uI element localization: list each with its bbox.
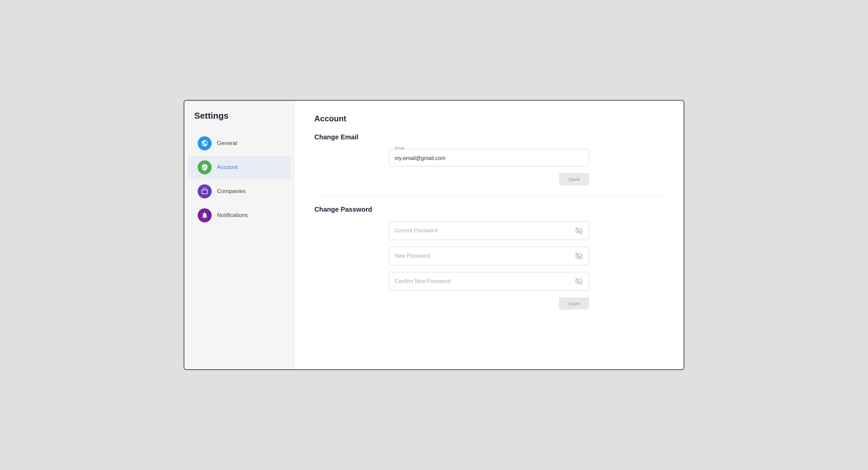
section-divider [314,195,664,196]
new-password-wrapper [389,247,589,265]
email-label: Email [393,146,406,151]
sidebar: Settings General Account [184,101,294,369]
briefcase-icon [201,188,208,195]
main-content: Account Change Email Email Save Change P… [294,101,684,369]
bell-icon [201,212,208,219]
notifications-icon-circle [198,208,212,222]
account-icon-circle [198,160,212,174]
eye-off-icon-2 [575,252,583,260]
change-email-title: Change Email [314,133,664,141]
new-password-group [389,247,589,265]
sidebar-account-label: Account [217,164,237,171]
confirm-password-wrapper [389,272,589,291]
change-email-section: Change Email Email Save [314,133,664,185]
new-password-input[interactable] [389,247,589,265]
email-save-wrapper: Save [389,173,589,185]
sidebar-general-label: General [217,140,237,147]
email-save-button[interactable]: Save [559,173,589,185]
globe-icon [201,140,208,147]
sidebar-item-companies[interactable]: Companies [188,180,291,203]
email-form-group: Email [389,149,589,166]
current-password-group [389,221,589,240]
password-save-button[interactable]: Save [559,297,589,310]
sidebar-companies-label: Companies [217,188,246,195]
current-password-wrapper [389,221,589,240]
password-save-wrapper: Save [389,297,589,310]
page-title: Account [314,114,664,123]
email-input[interactable] [389,149,589,166]
confirm-password-toggle[interactable] [574,276,584,286]
current-password-toggle[interactable] [574,226,584,236]
general-icon-circle [198,136,212,150]
app-window: Settings General Account [184,100,684,370]
confirm-password-input[interactable] [389,272,589,290]
sidebar-item-account[interactable]: Account [188,156,291,179]
change-password-title: Change Password [314,206,664,213]
sidebar-notifications-label: Notifications [217,212,248,219]
sidebar-item-general[interactable]: General [188,132,291,155]
app-title: Settings [184,111,294,131]
change-password-section: Change Password [314,206,664,310]
new-password-toggle[interactable] [574,251,584,261]
eye-off-icon [575,227,583,234]
companies-icon-circle [198,184,212,198]
confirm-password-group [389,272,589,291]
shield-check-icon [201,164,208,171]
eye-off-icon-3 [575,278,583,285]
sidebar-item-notifications[interactable]: Notifications [188,203,291,227]
current-password-input[interactable] [389,222,589,240]
email-field-wrapper: Email [389,149,589,166]
